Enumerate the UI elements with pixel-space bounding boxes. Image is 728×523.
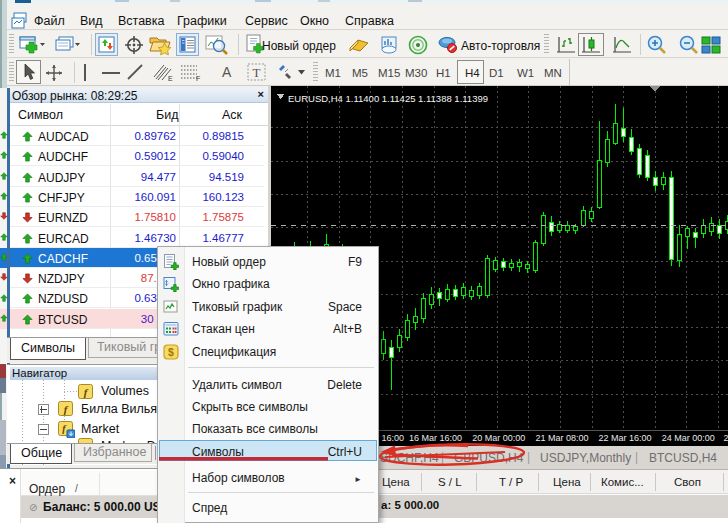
- svg-text:F: F: [196, 75, 200, 82]
- svg-text:24 Mar 00:00: 24 Mar 00:00: [662, 433, 715, 443]
- svg-text:2: 2: [723, 433, 728, 443]
- svg-text:$: $: [168, 346, 174, 358]
- svg-text:E: E: [168, 75, 173, 82]
- svg-text:T: T: [253, 65, 261, 80]
- svg-text:20 Mar 00:00: 20 Mar 00:00: [472, 433, 525, 443]
- svg-text:21 Mar 08:00: 21 Mar 08:00: [535, 433, 588, 443]
- svg-text:EURUSD,H4 1.11400 1.11425 1.1: EURUSD,H4 1.11400 1.11425 1.11388 1.1139…: [288, 93, 488, 104]
- svg-text:22 Mar 16:00: 22 Mar 16:00: [599, 433, 652, 443]
- svg-text:16 Mar 16:00: 16 Mar 16:00: [409, 433, 462, 443]
